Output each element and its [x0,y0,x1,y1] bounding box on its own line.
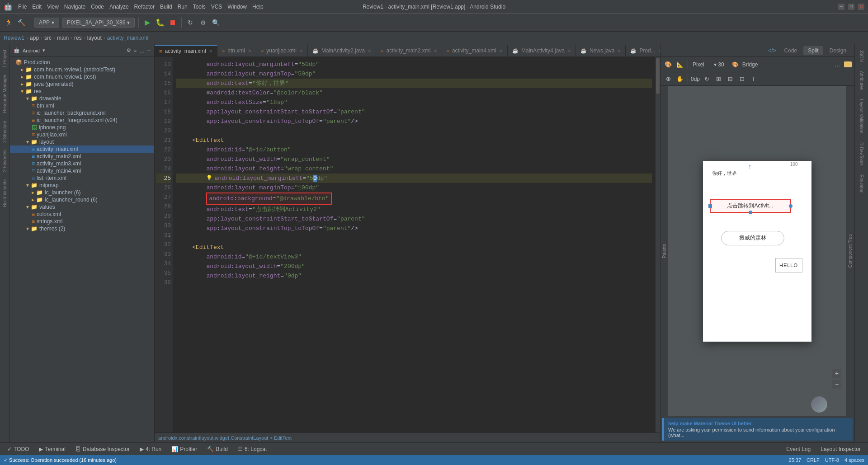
sidebar-tab-layout-validation[interactable]: Layout Validation [858,95,865,137]
align-icon[interactable]: ⊟ [725,74,735,84]
menu-view[interactable]: View [47,4,59,10]
tab-news[interactable]: ☕ News.java ✕ [576,45,626,56]
minimize-button[interactable]: ─ [838,4,844,10]
gear-icon[interactable]: ⚙ [127,47,131,53]
pixel-device-select[interactable]: Pixel [691,61,706,69]
search-everywhere-icon[interactable]: 🔍 [211,18,221,28]
run-panel-button[interactable]: ▶ 4: Run [136,445,165,453]
tab-activity-main4[interactable]: ≡ activity_main4.xml ✕ [442,45,508,56]
close-tab-news[interactable]: ✕ [617,48,621,53]
menu-build[interactable]: Build [160,4,172,10]
bc-root[interactable]: Review1 [4,35,24,41]
tree-item-values[interactable]: ▾ 📁 values [10,203,154,211]
more-options-icon[interactable]: … [832,60,842,70]
close-tab-am2[interactable]: ✕ [434,48,437,53]
pan-icon[interactable]: ✋ [675,74,685,84]
close-tab-btn[interactable]: ✕ [248,48,251,53]
tab-activity-main2[interactable]: ≡ activity_main2.xml ✕ [376,45,442,56]
menu-tools[interactable]: Tools [193,4,206,10]
bc-file[interactable]: activity_main.xml [107,35,148,41]
bc-src[interactable]: src [44,35,52,41]
maximize-button[interactable]: □ [848,4,854,10]
tab-yuanjiao[interactable]: ≡ yuanjiao.xml ✕ [256,45,308,56]
zoom-fit-icon[interactable]: ⊕ [663,74,673,84]
tree-item-activity-main4[interactable]: ≡ activity_main4.xml [10,167,154,174]
close-tab-yuanjiao[interactable]: ✕ [299,48,303,53]
tab-activity-main[interactable]: ≡ activity_main.xml ✕ [155,45,217,56]
preview-button2[interactable]: 振威的森林 [721,231,784,245]
refresh-icon[interactable]: ↻ [702,74,712,84]
close-button[interactable]: ✕ [858,4,864,10]
terminal-button[interactable]: ▶ Terminal [35,445,69,453]
event-log-button[interactable]: Event Log [783,445,814,453]
tree-item-themes[interactable]: ▾ 📁 themes (2) [10,225,154,232]
tree-item-colors[interactable]: ≡ colors.xml [10,211,154,218]
settings-icon[interactable]: ⚙ [198,18,208,28]
preview-button-selected[interactable]: 点击跳转到Activit... [710,199,791,213]
tree-item-activity-main3[interactable]: ≡ activity_main3.xml [10,160,154,167]
menu-vcs[interactable]: VCS [211,4,222,10]
menu-window[interactable]: Window [227,4,247,10]
palette-icon[interactable]: 🎨 [663,60,673,70]
device-selector[interactable]: PIXEL_3A_API_30_X86 ▾ [62,18,135,28]
editor-scrollbar[interactable] [656,57,660,432]
tab-mainactivity4[interactable]: ☕ MainActivity4.java ✕ [508,45,576,56]
guidelines-icon[interactable]: ⊡ [737,74,747,84]
settings-icon[interactable]: … [139,48,144,53]
tree-item-androidtest[interactable]: ▸ 📁 com.hnucm.review1 (androidTest) [10,66,154,73]
tree-item-list-item[interactable]: ≡ list_item.xml [10,174,154,182]
android-dropdown-icon[interactable]: ▾ [42,47,45,53]
menu-edit[interactable]: Edit [32,4,42,10]
tree-item-layout[interactable]: ▾ 📁 layout [10,138,154,146]
code-content[interactable]: android:layout_marginLeft="50dp" android… [173,57,656,432]
bc-layout[interactable]: layout [87,35,102,41]
sidebar-tab-favorites[interactable]: 2:Favorites [1,146,8,175]
view-tab-split[interactable]: Split [803,46,823,55]
tree-item-test[interactable]: ▸ 📁 com.hnucm.review1 (test) [10,73,154,80]
close-tab-ma4[interactable]: ✕ [567,48,571,53]
profiler-button[interactable]: 📊 Profiler [168,445,201,453]
database-inspector-button[interactable]: 🗄 Database Inspector [72,445,133,453]
minimize-panel-icon[interactable]: ─ [147,48,151,53]
tab-mainactivity2[interactable]: ☕ MainActivity2.java ✕ [308,45,376,56]
tree-item-production[interactable]: 📦 Production [10,59,154,66]
design-canvas[interactable]: ↑ 100 你好，世界 点击跳转到Activit... [669,86,845,416]
menu-help[interactable]: Help [252,4,264,10]
run-button[interactable]: ▶ [142,18,152,28]
tree-item-btn-xml[interactable]: ≡ btn.xml [10,102,154,109]
warning-badge[interactable]: ⚠ [844,61,852,67]
build-button[interactable]: 🔨 Build [203,445,231,453]
app-selector[interactable]: APP ▾ [34,18,59,28]
bridge-renderer-select[interactable]: Bridge [741,61,760,69]
sidebar-tab-build-variants[interactable]: Build Variants [1,176,8,211]
bc-app[interactable]: app [30,35,39,41]
blueprint-toggle-icon[interactable]: 📐 [675,60,685,70]
bc-main[interactable]: main [57,35,69,41]
bc-res[interactable]: res [74,35,82,41]
tree-item-mipmap[interactable]: ▾ 📁 mipmap [10,182,154,189]
tree-item-strings[interactable]: ≡ strings.xml [10,218,154,225]
sidebar-tab-structure[interactable]: 2:Structure [1,117,8,146]
tree-item-res[interactable]: ▾ 📁 res [10,88,154,95]
view-tab-design[interactable]: Design [825,46,851,55]
tree-item-activity-main[interactable]: ≡ activity_main.xml [10,146,154,153]
scroll-thumb[interactable] [656,58,660,94]
tree-item-activity-main2[interactable]: ≡ activity_main2.xml [10,153,154,160]
sidebar-tab-json[interactable]: JSON [858,46,865,66]
text-size-icon[interactable]: T [749,74,759,84]
logcat-button[interactable]: ☰ 6: Logcat [234,445,270,453]
tree-item-yuanjiao[interactable]: ≡ yuanjiao.xml [10,131,154,138]
api-version-select[interactable]: ▾ 30 [712,61,726,69]
tree-item-drawable[interactable]: ▾ 📁 drawable [10,95,154,102]
tree-item-ic-launcher[interactable]: ▸ 📁 ic_launcher (6) [10,189,154,196]
tab-prod[interactable]: ☕ Prod... ✕ [626,45,660,56]
preview-button3[interactable]: HELLO [775,258,802,272]
sidebar-tab-project[interactable]: 1:Project [1,46,8,71]
tree-item-ic-background[interactable]: ≡ ic_launcher_background.xml [10,109,154,117]
tree-item-java-gen[interactable]: ▸ 📁 java (generated) [10,80,154,88]
tree-item-ic-foreground[interactable]: ≡ ic_launcher_foreground.xml (v24) [10,117,154,124]
sidebar-tab-attributes[interactable]: Attributes [858,67,865,94]
tree-item-ic-launcher-round[interactable]: ▸ 📁 ic_launcher_round (6) [10,196,154,203]
close-tab-am4[interactable]: ✕ [499,48,503,53]
zoom-in-button[interactable]: + [832,368,842,378]
